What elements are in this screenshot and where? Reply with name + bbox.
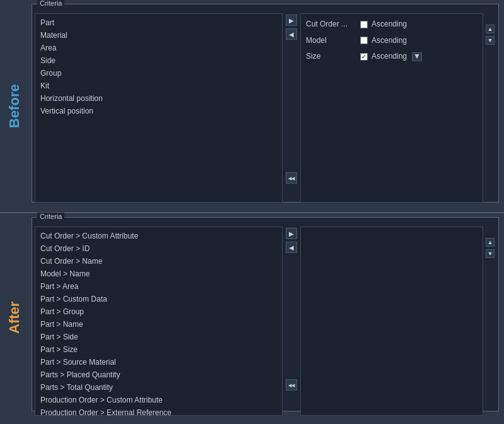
after-up-btn[interactable]: ▲ [486,238,495,247]
list-item[interactable]: Part > Custom Data [38,293,279,305]
list-item[interactable]: Production Order > Custom Attribute [38,394,279,406]
sort-item-name: Size [306,50,356,64]
after-criteria-label: Criteria [37,213,64,220]
before-updown-buttons: ▲ ▼ [484,22,496,47]
list-item[interactable]: Cut Order > Custom Attribute [38,230,279,242]
before-criteria-box: Criteria PartMaterialAreaSideGroupKitHor… [32,4,499,203]
list-item[interactable]: Part > Area [38,280,279,293]
after-section: After Criteria Cut Order > Custom Attrib… [0,213,504,421]
list-item[interactable]: Cut Order > ID [38,242,279,255]
after-arrow-left-btn[interactable]: ◀ [286,242,297,253]
after-content: Criteria Cut Order > Custom AttributeCut… [29,213,504,421]
after-left-list[interactable]: Cut Order > Custom AttributeCut Order > … [35,227,283,416]
before-content: Criteria PartMaterialAreaSideGroupKitHor… [29,0,504,212]
sort-item: ModelAscending [303,33,480,49]
before-criteria-inner: PartMaterialAreaSideGroupKitHorizontal p… [32,4,498,187]
after-criteria-box: Criteria Cut Order > Custom AttributeCut… [32,217,499,411]
before-arrow-left-btn[interactable]: ◀ [286,28,297,40]
list-item[interactable]: Model > Name [38,268,279,280]
before-arrow-buttons: ▶ ◀ ◂◂ [284,13,299,185]
before-rewind-btn[interactable]: ◂◂ [286,172,297,184]
after-updown-buttons: ▲ ▼ [484,235,496,261]
list-item[interactable]: Horizontal position [38,92,279,105]
before-right-panel: Cut Order ...AscendingModelAscendingSize… [300,13,483,203]
list-item[interactable]: Part > Size [38,343,279,356]
list-item[interactable]: Part > Group [38,305,279,318]
list-item[interactable]: Parts > Placed Quantity [38,368,279,381]
list-item[interactable]: Side [38,54,279,67]
list-item[interactable]: Part [38,16,279,29]
list-item[interactable]: Part > Name [38,318,279,331]
before-down-btn[interactable]: ▼ [486,36,495,45]
list-item[interactable]: Cut Order > Name [38,255,279,268]
list-item[interactable]: Part > Source Material [38,356,279,368]
list-item[interactable]: Area [38,42,279,54]
after-down-btn[interactable]: ▼ [486,249,495,258]
before-arrow-right-btn[interactable]: ▶ [286,15,297,26]
after-right-panel [300,227,483,416]
list-item[interactable]: Vertical position [38,105,279,117]
after-arrow-buttons: ▶ ◀ ◂◂ [284,227,299,392]
sort-item: Size✓Ascending▼ [303,49,480,65]
list-item[interactable]: Group [38,67,279,80]
before-label: Before [0,0,29,212]
before-left-list[interactable]: PartMaterialAreaSideGroupKitHorizontal p… [35,13,283,203]
after-criteria-inner: Cut Order > Custom AttributeCut Order > … [32,218,498,394]
sort-direction: Ascending [372,50,407,64]
list-item[interactable]: Parts > Total Quantity [38,381,279,394]
after-arrow-right-btn[interactable]: ▶ [286,228,297,239]
sort-dropdown[interactable]: ▼ [412,52,422,61]
list-item[interactable]: Kit [38,80,279,92]
before-up-btn[interactable]: ▲ [486,25,495,33]
sort-checkbox[interactable] [360,37,368,44]
sort-checkbox[interactable] [360,21,368,28]
sort-item-name: Cut Order ... [306,18,356,32]
sort-item: Cut Order ...Ascending [303,16,480,33]
sort-direction: Ascending [372,34,407,48]
sort-checkbox[interactable]: ✓ [360,53,368,61]
list-item[interactable]: Production Order > External Reference [38,406,279,416]
list-item[interactable]: Part > Side [38,331,279,343]
sort-item-name: Model [306,34,356,48]
sort-direction: Ascending [372,18,407,32]
before-section: Before Criteria PartMaterialAreaSideGrou… [0,0,504,212]
after-label: After [0,213,29,421]
list-item[interactable]: Material [38,29,279,42]
after-rewind-btn[interactable]: ◂◂ [286,379,297,391]
before-criteria-label: Criteria [37,0,64,7]
